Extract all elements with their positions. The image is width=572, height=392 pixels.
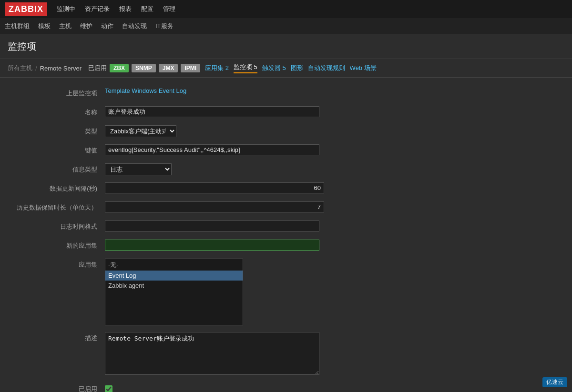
log-timefmt-input[interactable] — [105, 221, 319, 231]
name-control — [105, 106, 324, 117]
top-navigation: ZABBIX 监测中 资产记录 报表 配置 管理 — [0, 0, 572, 18]
tab-snmp[interactable]: SNMP — [132, 64, 156, 72]
tab-zbx[interactable]: ZBX — [110, 64, 129, 72]
type-control: Zabbix客户端(主动式) — [105, 125, 324, 137]
infotype-control: 日志 — [105, 163, 324, 175]
tab-monitor-item[interactable]: 监控项 5 — [234, 63, 257, 73]
row-infotype: 信息类型 日志 — [0, 163, 572, 176]
label-new-appset: 新的应用集 — [10, 240, 105, 252]
update-interval-input[interactable] — [105, 182, 324, 193]
subnav-actions[interactable]: 动作 — [101, 22, 113, 30]
subnav-autodiscovery[interactable]: 自动发现 — [122, 22, 147, 30]
row-new-appset: 新的应用集 — [0, 240, 572, 252]
row-name: 名称 — [0, 106, 572, 119]
row-log-timefmt: 日志时间格式 — [0, 221, 572, 233]
form-area: 上层监控项 Template Windows Event Log 名称 类型 Z… — [0, 78, 572, 392]
enabled-control — [105, 383, 324, 392]
subnav-maintenance[interactable]: 维护 — [80, 22, 92, 30]
parent-template-value: Template Windows Event Log — [105, 87, 324, 94]
enabled-checkbox[interactable] — [105, 385, 112, 392]
label-key: 键值 — [10, 144, 105, 157]
subnav-hostgroups[interactable]: 主机群组 — [5, 22, 30, 30]
log-timefmt-control — [105, 221, 324, 231]
tab-enabled-label: 已启用 — [88, 64, 107, 72]
label-type: 类型 — [10, 125, 105, 138]
breadcrumb-current-host[interactable]: Remote Server — [40, 65, 82, 72]
label-enabled: 已启用 — [10, 383, 105, 392]
new-appset-control — [105, 240, 324, 251]
sub-navigation: 主机群组 模板 主机 维护 动作 自动发现 IT服务 — [0, 18, 572, 34]
appset-listbox[interactable]: -无- Event Log Zabbix agent — [105, 259, 243, 325]
type-select[interactable]: Zabbix客户端(主动式) — [105, 125, 176, 137]
subnav-templates[interactable]: 模板 — [38, 22, 51, 30]
tab-auto-discovery[interactable]: 自动发现规则 — [308, 64, 345, 72]
tab-jmx[interactable]: JMX — [159, 64, 178, 72]
nav-config[interactable]: 配置 — [141, 5, 153, 13]
history-control — [105, 201, 324, 212]
row-update-interval: 数据更新间隔(秒) — [0, 182, 572, 195]
row-appset: 应用集 -无- Event Log Zabbix agent — [0, 259, 572, 325]
nav-reports[interactable]: 报表 — [119, 5, 132, 13]
new-appset-input[interactable] — [105, 240, 319, 251]
label-history: 历史数据保留时长（单位天） — [10, 201, 105, 214]
label-log-timefmt: 日志时间格式 — [10, 221, 105, 233]
row-key: 键值 — [0, 144, 572, 157]
nav-assets[interactable]: 资产记录 — [85, 5, 110, 13]
tab-ipmi[interactable]: IPMI — [181, 64, 200, 72]
tab-appset[interactable]: 应用集 2 — [205, 64, 229, 72]
zabbix-logo: ZABBIX — [5, 2, 47, 16]
subnav-itservices[interactable]: IT服务 — [155, 22, 174, 30]
row-parent-template: 上层监控项 Template Windows Event Log — [0, 87, 572, 100]
row-type: 类型 Zabbix客户端(主动式) — [0, 125, 572, 138]
description-textarea[interactable]: Remote Server账户登录成功 — [105, 332, 319, 375]
row-description: 描述 Remote Server账户登录成功 — [0, 332, 572, 376]
breadcrumb-sep: / — [35, 65, 37, 72]
tab-graph[interactable]: 图形 — [291, 64, 303, 72]
update-interval-control — [105, 182, 324, 193]
row-history: 历史数据保留时长（单位天） — [0, 201, 572, 214]
appset-control: -无- Event Log Zabbix agent — [105, 259, 324, 325]
row-enabled: 已启用 — [0, 383, 572, 392]
infotype-select[interactable]: 日志 — [105, 163, 172, 175]
description-control: Remote Server账户登录成功 — [105, 332, 324, 376]
subnav-hosts[interactable]: 主机 — [59, 22, 72, 30]
key-control — [105, 144, 324, 155]
watermark: 亿速云 — [542, 377, 567, 387]
page-title-bar: 监控项 — [0, 34, 572, 59]
label-appset: 应用集 — [10, 259, 105, 271]
breadcrumb-tab-bar: 所有主机 / Remote Server 已启用 ZBX SNMP JMX IP… — [0, 59, 572, 78]
page-title: 监控项 — [8, 41, 36, 51]
name-input[interactable] — [105, 106, 319, 117]
tab-web-scene[interactable]: Web 场景 — [350, 64, 377, 72]
label-description: 描述 — [10, 332, 105, 344]
label-parent-template: 上层监控项 — [10, 87, 105, 100]
app-option-none[interactable]: -无- — [105, 259, 243, 271]
key-input[interactable] — [105, 144, 319, 155]
history-input[interactable] — [105, 201, 324, 212]
app-option-zabbixagent[interactable]: Zabbix agent — [105, 281, 243, 291]
nav-admin[interactable]: 管理 — [163, 5, 175, 13]
label-update-interval: 数据更新间隔(秒) — [10, 182, 105, 195]
label-infotype: 信息类型 — [10, 163, 105, 176]
breadcrumb-all-hosts[interactable]: 所有主机 — [8, 64, 32, 72]
tab-trigger[interactable]: 触发器 5 — [262, 64, 286, 72]
parent-template-link[interactable]: Template Windows Event Log — [105, 87, 186, 94]
app-option-eventlog[interactable]: Event Log — [105, 271, 243, 281]
nav-monitor[interactable]: 监测中 — [57, 5, 75, 13]
label-name: 名称 — [10, 106, 105, 119]
